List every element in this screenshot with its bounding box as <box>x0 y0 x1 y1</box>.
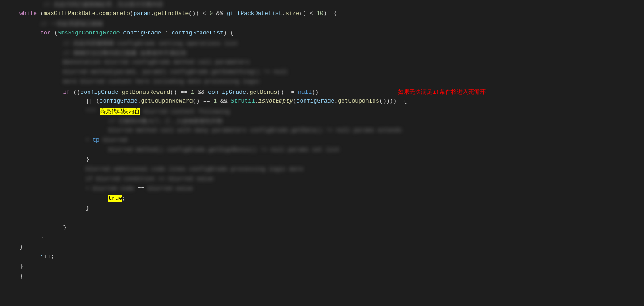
code-line-break-outer: • tp blurred <box>0 136 644 146</box>
line-content-close-for: } <box>18 224 644 231</box>
code-line-blurred2: blurred method(param1, param2) configGra… <box>0 68 644 78</box>
code-line-or: || (configGrade.getCouponReward() == 1 &… <box>0 97 644 107</box>
line-content: // 此处内容被模糊 configGrade setting operation… <box>18 39 644 47</box>
code-editor: // 此处代码已被模糊处理，无法显示完整内容 while (maxGiftPac… <box>0 0 644 306</box>
code-line-close-while-inner: } <box>0 233 644 243</box>
code-line-empty1 <box>0 214 644 224</box>
type-SmsSignConfigGrade: SmsSignConfigGrade <box>58 30 120 36</box>
code-line-close1: } <box>0 156 644 165</box>
highlight-true: true <box>108 195 122 202</box>
line-content: @annotation blurred configGrade method c… <box>18 59 644 65</box>
code-line-blurred-cond: if blurred condition == blurred value <box>0 175 644 185</box>
line-content: // 一些处理逻辑已模糊 <box>18 20 644 28</box>
code-line-blurred3: more blurred content here including date… <box>0 78 644 88</box>
code-line-sign-comment: // 已签到大数入门，三，入连续签签到月期 <box>0 117 644 126</box>
line-content <box>18 214 644 221</box>
line-content-break-outer: • tp blurred <box>18 137 644 143</box>
line-content: // 模糊方法注释内容已隐藏 如果条件不满足则 <box>18 49 644 57</box>
code-line-close-for: } <box>0 224 644 233</box>
code-line-blurred-comment: // 模糊方法注释内容已隐藏 如果条件不满足则 <box>0 49 644 58</box>
line-content-increment: i++; <box>18 253 644 260</box>
var-configGradeList: configGradeList <box>172 30 224 36</box>
code-line-increment: i++; <box>0 253 644 263</box>
code-line-comment1: // 一些处理逻辑已模糊 <box>0 19 644 29</box>
code-line-blurred-cond2: • blurred code == blurred value <box>0 185 644 195</box>
keyword-for: for <box>40 30 50 36</box>
code-line-blurred-long: blurred method call with many parameters… <box>0 126 644 136</box>
code-line: // 此处代码已被模糊处理，无法显示完整内容 <box>0 0 644 10</box>
code-line-if: if ((configGrade.getBonusReward() == 1 &… <box>0 88 644 97</box>
line-content-close1: } <box>18 156 644 163</box>
line-content: // 此处代码已被模糊处理，无法显示完整内容 <box>18 0 644 8</box>
method-compareTo: compareTo <box>99 10 130 17</box>
line-content: blurred method call with many parameters… <box>18 127 644 134</box>
line-content-close-final: } <box>18 263 644 270</box>
line-content: blurred additional code lines configGrad… <box>18 166 644 172</box>
line-content: • blurred code == blurred value <box>18 185 644 192</box>
line-content-true: true; <box>18 195 644 202</box>
code-line-true: true; <box>0 195 644 204</box>
code-line-blurred1: // 此处内容被模糊 configGrade setting operation… <box>0 39 644 49</box>
keyword-break-label: tp <box>89 137 99 143</box>
var-param: param <box>134 10 151 17</box>
code-line-blurred-more: blurred additional code lines configGrad… <box>0 165 644 175</box>
code-line-annot: @annotation blurred configGrade method c… <box>0 58 644 68</box>
line-content-close2: } <box>18 205 644 211</box>
var-configGrade: configGrade <box>123 30 161 36</box>
code-line-while: while (maxGiftPackDate.compareTo(param.g… <box>0 10 644 19</box>
keyword-if: if <box>63 89 70 96</box>
method-getEndDate: getEndDate <box>154 10 189 17</box>
code-line-close-outer: } <box>0 243 644 253</box>
line-content-or: || (configGrade.getCouponReward() == 1 &… <box>18 98 644 104</box>
code-line-highlighted: """ 高亮代码块内容 blurred content following <box>0 107 644 117</box>
line-content: // 已签到大数入门，三，入连续签签到月期 <box>18 117 644 125</box>
code-line-close-final: } <box>0 263 644 272</box>
code-line-blurred-block: blurred method() configGrade.getSignBonu… <box>0 146 644 156</box>
code-line-for: for (SmsSignConfigGrade configGrade : co… <box>0 29 644 39</box>
line-content-highlighted: """ 高亮代码块内容 blurred content following <box>18 107 644 115</box>
keyword-while: while <box>19 10 37 17</box>
code-line-last: } <box>0 272 644 282</box>
line-content-for: for (SmsSignConfigGrade configGrade : co… <box>18 30 644 36</box>
var-i: i <box>40 253 44 260</box>
line-content-last: } <box>18 273 644 279</box>
line-content: more blurred content here including date… <box>18 78 644 85</box>
line-content-while: while (maxGiftPackDate.compareTo(param.g… <box>18 10 644 17</box>
code-line-close2: } <box>0 204 644 214</box>
line-content-close-outer: } <box>18 244 644 250</box>
red-comment: 如果无法满足if条件将进入死循环 <box>398 89 486 96</box>
line-content-close-while-inner: } <box>18 234 644 241</box>
line-content-if: if ((configGrade.getBonusReward() == 1 &… <box>18 88 644 96</box>
method-maxGiftPackDate: maxGiftPackDate <box>44 10 96 17</box>
line-content: blurred method(param1, param2) configGra… <box>18 69 644 75</box>
highlight-block: 高亮代码块内容 <box>100 108 140 115</box>
line-content: if blurred condition == blurred value <box>18 176 644 182</box>
line-content: blurred method() configGrade.getSignBonu… <box>18 146 644 153</box>
